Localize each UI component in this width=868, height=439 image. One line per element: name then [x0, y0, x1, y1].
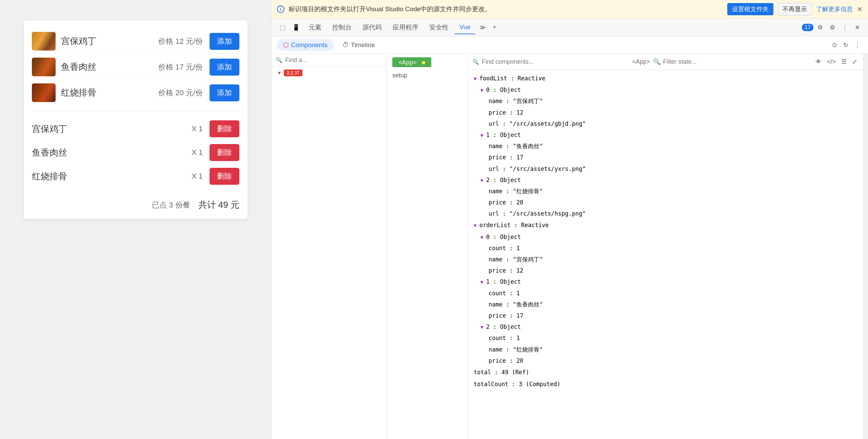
- orderlist-1-count: count : 1: [468, 288, 863, 299]
- orderlist-2-collapse[interactable]: ▼: [480, 324, 486, 330]
- subtab-timeline[interactable]: ⏱ Timeline: [336, 39, 381, 51]
- orderlist-0-collapse[interactable]: ▼: [480, 235, 486, 240]
- food-name-1: 鱼香肉丝: [61, 61, 158, 73]
- orderlist-0-count: count : 1: [468, 243, 863, 254]
- version-badge: 3.2.37: [284, 69, 302, 76]
- food-image-hspg: [32, 83, 56, 102]
- tab-elements[interactable]: 元素: [304, 20, 326, 35]
- collapse-arrow: ▼: [277, 70, 282, 76]
- tab-application[interactable]: 应用程序: [388, 20, 423, 35]
- order-name-0: 宫保鸡丁: [32, 123, 192, 135]
- orderlist-2-name: name : "红烧排骨": [468, 344, 863, 355]
- vue-panel: ⬡ Components ⏱ Timeline ⊙ ↻ ⋮ 🔍: [272, 36, 868, 439]
- orderlist-collapse[interactable]: ▼: [474, 223, 479, 228]
- order-count-1: X 1: [192, 148, 203, 157]
- foodlist-1-row: ▼ 1 : Object: [468, 129, 863, 141]
- food-price-2: 价格 20 元/份: [158, 88, 203, 98]
- foodlist-type: Reactive: [517, 75, 545, 82]
- divider: [32, 111, 239, 112]
- foodlist-key: foodList: [479, 75, 507, 82]
- order-count-2: X 1: [192, 172, 203, 181]
- foodlist-1-url: url : "/src/assets/yxrs.png": [468, 163, 863, 175]
- order-item-1: 鱼香肉丝 X 1 删除: [32, 141, 239, 164]
- orderlist-0-price: price : 12: [468, 265, 863, 276]
- setup-root-button[interactable]: 设置根文件夹: [727, 3, 773, 15]
- tree-item-version[interactable]: ▼ 3.2.37: [272, 67, 387, 79]
- tab-source[interactable]: 源代码: [358, 20, 387, 35]
- more-options-button[interactable]: ⋮: [839, 22, 851, 33]
- inspect-icon-button[interactable]: ⬚: [277, 22, 288, 33]
- foodlist-0-price: price : 12: [468, 107, 863, 118]
- foodlist-2-collapse[interactable]: ▼: [480, 178, 486, 183]
- settings-icon-button[interactable]: ⚙: [827, 22, 838, 33]
- add-button-0[interactable]: 添加: [210, 33, 239, 50]
- vue-subtabs: ⬡ Components ⏱ Timeline ⊙ ↻ ⋮: [272, 36, 868, 54]
- close-devtools-button[interactable]: ✕: [852, 22, 863, 33]
- food-name-2: 红烧排骨: [61, 87, 158, 99]
- no-show-button[interactable]: 不再显示: [777, 3, 812, 16]
- food-image-yxrs: [32, 58, 56, 76]
- summary-total: 共计 49 元: [198, 199, 239, 211]
- tree-search: 🔍: [272, 54, 387, 67]
- food-name-0: 宫保鸡丁: [61, 35, 158, 47]
- add-button-1[interactable]: 添加: [210, 59, 239, 76]
- orderlist-0-row: ▼ 0 : Object: [468, 232, 863, 243]
- foodlist-0-url: url : "/src/assets/gbjd.png": [468, 118, 863, 129]
- filter-state-input[interactable]: [663, 58, 811, 65]
- search-icon-state: 🔍: [472, 59, 479, 65]
- menu-item-2: 红烧排骨 价格 20 元/份 添加: [32, 80, 239, 106]
- close-info-button[interactable]: ✕: [857, 5, 863, 13]
- orderlist-1-name: name : "鱼香肉丝": [468, 299, 863, 310]
- tab-security[interactable]: 安全性: [425, 20, 453, 35]
- list-icon-button[interactable]: ☰: [839, 57, 849, 67]
- app-tag[interactable]: <App>: [392, 57, 431, 67]
- learn-more-button[interactable]: 了解更多信息: [816, 5, 853, 13]
- foodlist-0-collapse[interactable]: ▼: [480, 87, 486, 93]
- setup-label: setup: [387, 71, 468, 80]
- foodlist-2-name: name : "红烧排骨": [468, 186, 863, 197]
- delete-button-0[interactable]: 删除: [210, 120, 239, 137]
- search-icon: 🔍: [276, 57, 282, 63]
- orderlist-2-count: count : 1: [468, 333, 863, 344]
- order-item-0: 宫保鸡丁 X 1 删除: [32, 117, 239, 141]
- expand-icon-button[interactable]: ⤢: [850, 57, 859, 67]
- menu-item-1: 鱼香肉丝 价格 17 元/份 添加: [32, 54, 239, 80]
- orderlist-row: ▼ orderList : Reactive: [468, 219, 863, 231]
- foodlist-row: ▼ foodList : Reactive: [468, 73, 863, 84]
- delete-button-1[interactable]: 删除: [210, 144, 239, 161]
- record-icon-button[interactable]: ⊙: [830, 40, 839, 50]
- add-button-2[interactable]: 添加: [210, 84, 239, 101]
- add-tab-button[interactable]: +: [490, 22, 499, 33]
- orderlist-1-row: ▼ 1 : Object: [468, 276, 863, 287]
- foodlist-1-price: price : 17: [468, 152, 863, 163]
- tab-console[interactable]: 控制台: [328, 20, 356, 35]
- devtools-tabs: ⬚ 📱 元素 控制台 源代码 应用程序 安全性 Vue ≫ + 17 ⚙ ⚙ ⋮…: [272, 19, 868, 36]
- food-card: 宫保鸡丁 价格 12 元/份 添加 鱼香肉丝 价格 17 元/份 添加 红烧排骨…: [24, 20, 248, 219]
- info-bar: i 标识项目的根文件夹以打开Visual Studio Code中的源文件并同步…: [272, 0, 868, 19]
- total-row: total : 49 (Ref): [468, 366, 863, 378]
- app-node: <App>: [387, 54, 468, 71]
- more-vue-button[interactable]: ⋮: [852, 40, 863, 50]
- orderlist-1-collapse[interactable]: ▼: [480, 279, 486, 285]
- filter-icon: 🔍: [653, 58, 660, 65]
- foodlist-1-collapse[interactable]: ▼: [480, 133, 486, 138]
- state-search-input[interactable]: [482, 58, 629, 65]
- resize-handle[interactable]: [863, 54, 868, 439]
- tree-search-input[interactable]: [285, 57, 382, 64]
- delete-button-2[interactable]: 删除: [210, 168, 239, 185]
- orderlist-2-price: price : 20: [468, 355, 863, 366]
- summary-count: 已点 3 份餐: [152, 200, 190, 210]
- middle-panel: <App> setup: [387, 54, 468, 439]
- refresh-icon-button[interactable]: ↻: [841, 40, 850, 50]
- order-name-2: 红烧排骨: [32, 171, 192, 182]
- tab-vue[interactable]: Vue: [455, 21, 475, 34]
- foodlist-collapse[interactable]: ▼: [474, 76, 479, 81]
- device-icon-button[interactable]: 📱: [290, 22, 302, 33]
- eye-icon-button[interactable]: 👁: [813, 57, 824, 67]
- more-tabs-button[interactable]: ≫: [477, 22, 489, 33]
- profile-icon-button[interactable]: ⚙: [815, 22, 826, 33]
- code-icon-button[interactable]: </>: [825, 57, 838, 67]
- app-component-label: <App>: [632, 58, 650, 65]
- subtab-components[interactable]: ⬡ Components: [277, 39, 334, 51]
- totalcount-row: totalCount : 3 (Computed): [468, 378, 863, 390]
